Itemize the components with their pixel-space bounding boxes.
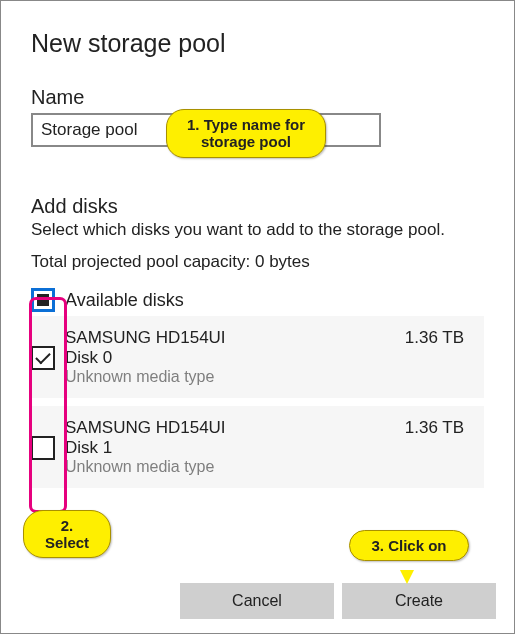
page-title: New storage pool [31, 29, 484, 58]
button-row: Cancel Create [180, 583, 496, 619]
disk-size: 1.36 TB [394, 328, 464, 348]
name-label: Name [31, 86, 484, 109]
select-all-checkbox[interactable] [31, 288, 55, 312]
annotation-tail-icon [400, 570, 414, 584]
indeterminate-icon [37, 294, 49, 306]
disk-model: SAMSUNG HD154UI [65, 328, 394, 348]
disk-checkbox[interactable] [31, 346, 55, 370]
create-button[interactable]: Create [342, 583, 496, 619]
disk-info: SAMSUNG HD154UI Disk 1 Unknown media typ… [65, 418, 394, 476]
disk-row[interactable]: SAMSUNG HD154UI Disk 1 Unknown media typ… [31, 406, 484, 488]
dialog-panel: New storage pool Name Add disks Select w… [1, 1, 514, 488]
disk-info: SAMSUNG HD154UI Disk 0 Unknown media typ… [65, 328, 394, 386]
add-disks-help: Select which disks you want to add to th… [31, 220, 484, 240]
capacity-label: Total projected pool capacity: [31, 252, 250, 271]
disk-media: Unknown media type [65, 368, 394, 386]
disk-name: Disk 0 [65, 348, 394, 368]
disk-size: 1.36 TB [394, 418, 464, 438]
disk-media: Unknown media type [65, 458, 394, 476]
capacity-value: 0 bytes [255, 252, 310, 271]
add-disks-heading: Add disks [31, 195, 484, 218]
disk-name: Disk 1 [65, 438, 394, 458]
annotation-step-3: 3. Click on [349, 530, 469, 561]
disk-row[interactable]: SAMSUNG HD154UI Disk 0 Unknown media typ… [31, 316, 484, 398]
annotation-step-2: 2. Select [23, 510, 111, 559]
disk-group-header[interactable]: Available disks [31, 284, 484, 316]
capacity-text: Total projected pool capacity: 0 bytes [31, 252, 484, 272]
disk-checkbox[interactable] [31, 436, 55, 460]
disk-group: Available disks SAMSUNG HD154UI Disk 0 U… [31, 284, 484, 488]
disk-model: SAMSUNG HD154UI [65, 418, 394, 438]
cancel-button[interactable]: Cancel [180, 583, 334, 619]
annotation-step-1: 1. Type name for storage pool [166, 109, 326, 158]
group-title: Available disks [65, 290, 184, 311]
